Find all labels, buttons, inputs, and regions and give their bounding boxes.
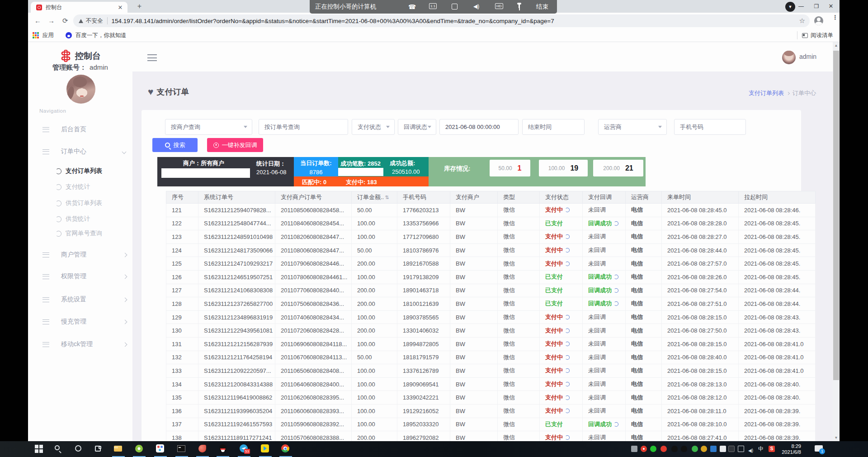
- resend-callback-button[interactable]: 一键补发回调: [207, 138, 263, 152]
- filter-field[interactable]: 手机号码: [674, 119, 746, 135]
- tray-qq-tray2-icon[interactable]: [681, 446, 687, 452]
- refresh-icon[interactable]: [565, 409, 570, 413]
- breadcrumb-link[interactable]: 支付订单列表: [749, 90, 784, 96]
- taskbar-clock[interactable]: 8:292021/6/8: [782, 443, 801, 455]
- tray-s-red-icon[interactable]: S: [769, 446, 775, 452]
- scrollbar-thumb[interactable]: [833, 51, 839, 380]
- profile-icon[interactable]: [814, 16, 823, 25]
- taskbar-qq-icon[interactable]: [218, 444, 227, 453]
- remote-end-button[interactable]: 结束: [536, 3, 548, 11]
- bookmark-star-icon[interactable]: ☆: [799, 17, 805, 25]
- refresh-icon[interactable]: [565, 382, 570, 386]
- taskbar-chrome-icon[interactable]: [281, 444, 290, 453]
- url-text[interactable]: 154.197.48.141/admin/order/listOrder?ord…: [112, 18, 554, 24]
- tray-ime-icon[interactable]: 中: [758, 446, 764, 452]
- tray-volume-icon[interactable]: ◀): [748, 446, 755, 452]
- address-bar[interactable]: 不安全 154.197.48.141/admin/order/listOrder…: [73, 14, 810, 27]
- refresh-icon[interactable]: [565, 315, 570, 319]
- column-header[interactable]: 订单金额..⇅: [352, 191, 397, 204]
- security-label[interactable]: 不安全: [86, 17, 103, 25]
- sidebar-item[interactable]: 供货统计: [28, 214, 132, 224]
- refresh-icon[interactable]: [565, 328, 570, 333]
- filter-field[interactable]: 结束时间: [522, 119, 585, 135]
- baidu-favicon[interactable]: [66, 32, 72, 38]
- filter-field[interactable]: 运营商: [598, 119, 667, 135]
- topbar-username[interactable]: admin: [799, 53, 816, 60]
- taskbar-sunlogin-icon[interactable]: [156, 444, 165, 453]
- bookmark-baidu[interactable]: 百度一下，你就知道: [75, 32, 127, 39]
- forward-button[interactable]: →: [48, 17, 55, 24]
- sidebar-item[interactable]: 供货订单列表: [28, 199, 132, 208]
- sidebar-item[interactable]: 后台首页: [28, 125, 132, 134]
- window-maximize-button[interactable]: ❐: [809, 0, 824, 13]
- refresh-icon[interactable]: [565, 208, 570, 212]
- page-scrollbar[interactable]: ▲ ▼: [833, 42, 840, 441]
- browser-tab[interactable]: 控制台 ✕: [31, 2, 127, 13]
- back-button[interactable]: ←: [34, 17, 41, 24]
- sidebar-item[interactable]: 支付订单列表: [28, 167, 132, 176]
- apps-grid-icon[interactable]: [33, 32, 39, 38]
- scroll-up-icon[interactable]: ▲: [833, 42, 840, 49]
- taskbar-task-view-icon[interactable]: [94, 444, 103, 453]
- sidebar-item[interactable]: 商户管理: [28, 250, 132, 259]
- tray-red-app2-icon[interactable]: [660, 446, 667, 452]
- refresh-icon[interactable]: [565, 395, 570, 400]
- taskbar-cortana-icon[interactable]: [74, 444, 83, 453]
- refresh-icon[interactable]: [565, 234, 570, 239]
- filter-field[interactable]: 支付状态: [352, 119, 395, 135]
- fullscreen-icon[interactable]: [452, 4, 458, 10]
- taskbar-potplayer-icon[interactable]: [261, 444, 270, 453]
- pin-icon[interactable]: [519, 4, 520, 8]
- new-tab-button[interactable]: +: [136, 3, 143, 10]
- filter-field[interactable]: 按订单号查询: [259, 119, 348, 135]
- taskbar-search-icon[interactable]: [54, 444, 63, 453]
- sidebar-item[interactable]: 系统设置: [28, 295, 132, 304]
- refresh-icon[interactable]: [565, 368, 570, 373]
- tray-docs-tray-icon[interactable]: [720, 446, 726, 452]
- refresh-icon[interactable]: [565, 355, 570, 360]
- reload-button[interactable]: ⟳: [62, 17, 68, 25]
- tray-qq-tray-icon[interactable]: [671, 446, 678, 452]
- taskbar-explorer-icon[interactable]: [114, 444, 123, 453]
- reading-list-button[interactable]: 阅读清单: [797, 31, 833, 39]
- volume-icon[interactable]: ◀): [473, 3, 479, 10]
- call-icon[interactable]: ☎: [408, 3, 416, 10]
- logo[interactable]: 控制台: [28, 50, 132, 62]
- tray-green-tray-icon[interactable]: [692, 446, 698, 452]
- refresh-icon[interactable]: [565, 248, 570, 252]
- stats-merchant-input[interactable]: [161, 168, 250, 178]
- bookmark-apps[interactable]: 应用: [42, 32, 54, 39]
- filter-field[interactable]: 2021-06-08 00:00:00: [439, 119, 519, 135]
- filter-field[interactable]: 按商户查询: [165, 119, 252, 135]
- taskbar-safe360-icon[interactable]: [135, 444, 144, 453]
- sidebar-avatar[interactable]: [66, 75, 95, 104]
- taskbar-terminal-icon[interactable]: [177, 444, 186, 453]
- refresh-icon[interactable]: [614, 301, 618, 306]
- tray-gold-tray-icon[interactable]: [701, 446, 707, 452]
- sidebar-item[interactable]: 慢充管理: [28, 317, 132, 326]
- ratio-icon[interactable]: 1:1: [429, 3, 437, 9]
- window-minimize-button[interactable]: —: [793, 0, 809, 13]
- security-warning-icon[interactable]: [79, 19, 83, 23]
- tray-dark-tray-icon[interactable]: [728, 446, 735, 452]
- sidebar-item[interactable]: 订单中心: [28, 147, 132, 156]
- sidebar-item[interactable]: 权限管理: [28, 272, 132, 281]
- sidebar-item[interactable]: 支付统计: [28, 182, 132, 191]
- taskbar-foxmail-icon[interactable]: [198, 444, 207, 453]
- tray-blue-tray-icon[interactable]: [710, 446, 717, 452]
- refresh-icon[interactable]: [565, 435, 570, 440]
- tray-network-icon[interactable]: [738, 446, 744, 452]
- sidebar-item[interactable]: 官网单号查询: [28, 229, 132, 238]
- hd-icon[interactable]: HD: [495, 3, 503, 9]
- search-button[interactable]: 搜索: [152, 138, 198, 152]
- topbar-avatar[interactable]: [782, 51, 796, 64]
- scroll-down-icon[interactable]: ▼: [833, 434, 840, 441]
- tray-red-app-icon[interactable]: [641, 446, 647, 452]
- sidebar-item[interactable]: 移动ck管理: [28, 340, 132, 349]
- tray-gray-app-icon[interactable]: [631, 446, 637, 452]
- taskbar-start-icon[interactable]: [34, 444, 43, 453]
- menu-dots-icon[interactable]: ⋮: [832, 16, 834, 19]
- taskbar-telegram-icon[interactable]: 53: [240, 444, 249, 453]
- stats-success-input[interactable]: [338, 168, 383, 176]
- filter-field[interactable]: 回调状态: [398, 119, 436, 135]
